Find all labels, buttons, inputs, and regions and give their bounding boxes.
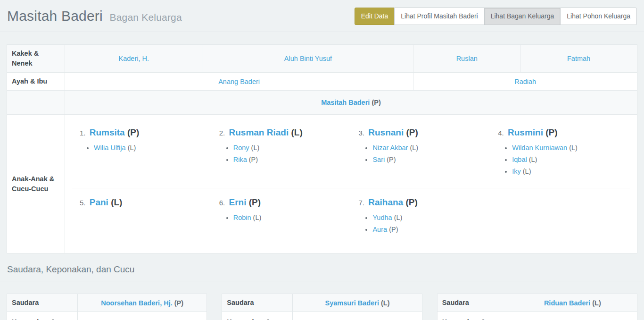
grandchildren-list: Nizar Akbar (L) Sari (P) xyxy=(358,143,486,165)
child-entry: 3. Rusnani (P) Nizar Akbar (L) Sari (P) xyxy=(351,126,490,188)
page-subtitle: Bagan Keluarga xyxy=(109,12,182,23)
grandchild-item: Yudha (L) xyxy=(372,213,486,223)
gender-marker: (L) xyxy=(523,168,531,175)
grandchildren-list: Wilia Ulfija (L) xyxy=(80,143,207,153)
father-link[interactable]: Anang Baderi xyxy=(218,78,260,85)
sibling-name-link[interactable]: Syamsuri Baderi xyxy=(325,299,379,307)
grandchild-name-link[interactable]: Rika xyxy=(233,156,247,163)
child-name-line: 1. Rumsita (P) xyxy=(80,126,207,139)
family-chart-table: Kakek & Nenek Kaderi, H. Aluh Binti Yusu… xyxy=(7,44,637,253)
nephews-row: Keponakan & Cucu-Cucu 1.Zuraida (P) Andi… xyxy=(437,312,637,320)
grandparents-row-label: Kakek & Nenek xyxy=(7,45,65,73)
view-tree-button[interactable]: Lihat Pohon Keluarga xyxy=(560,8,637,25)
child-number: 4. xyxy=(498,129,504,137)
child-entry: 2. Rusman Riadi (L) Rony (L) Rika (P) xyxy=(212,126,351,188)
gender-marker: (P) xyxy=(545,127,557,137)
person-row-label xyxy=(7,91,65,115)
main-content: Kakek & Nenek Kaderi, H. Aluh Binti Yusu… xyxy=(0,44,644,253)
view-chart-button[interactable]: Lihat Bagan Keluarga xyxy=(484,8,561,25)
parents-row-label: Ayah & Ibu xyxy=(7,73,65,91)
sibling-name-link[interactable]: Riduan Baderi xyxy=(544,299,590,307)
child-entry: 4. Rusmini (P) Wildan Kurniawan (L) Iqba… xyxy=(490,126,630,188)
child-name-link[interactable]: Rusman Riadi xyxy=(229,127,289,137)
page-title: Masitah Baderi Bagan Keluarga xyxy=(7,8,182,24)
child-number: 2. xyxy=(219,129,225,137)
child-entry-empty xyxy=(490,196,630,249)
grandchild-item: Iky (L) xyxy=(512,167,625,177)
grandchildren-list: Wildan Kurniawan (L) Iqbal (L) Iky (L) xyxy=(498,143,625,177)
children-row-label: Anak-Anak & Cucu-Cucu xyxy=(7,115,65,253)
grandchild-name-link[interactable]: Iky xyxy=(512,168,521,175)
sibling-table-wrap: Saudara Riduan Baderi (L) Keponakan & Cu… xyxy=(437,294,637,320)
page-header: Masitah Baderi Bagan Keluarga Edit Data … xyxy=(0,0,644,32)
grandparent-cell: Fatmah xyxy=(520,45,637,73)
sibling-table-wrap: Saudara Noorsehan Baderi, Hj. (P) Kepona… xyxy=(7,294,207,320)
grandchild-name-link[interactable]: Wilia Ulfija xyxy=(94,144,126,152)
grandchild-name-link[interactable]: Nizar Akbar xyxy=(372,144,408,152)
nephews-cell: 1.Rifna Idiar (L) Sari Mardiah (P) xyxy=(293,312,422,320)
mother-link[interactable]: Radiah xyxy=(514,78,536,85)
child-name-link[interactable]: Erni xyxy=(229,197,246,207)
grandchild-name-link[interactable]: Robin xyxy=(233,214,251,221)
gender-marker: (L) xyxy=(381,299,390,307)
sibling-name-cell: Noorsehan Baderi, Hj. (P) xyxy=(78,294,207,312)
grandchild-name-link[interactable]: Wildan Kurniawan xyxy=(512,144,567,152)
grandchild-name-link[interactable]: Sari xyxy=(372,156,385,163)
grandparent-link[interactable]: Kaderi, H. xyxy=(119,55,149,62)
child-name-link[interactable]: Rusnani xyxy=(368,127,404,137)
sibling-header-row: Saudara Riduan Baderi (L) xyxy=(437,294,637,312)
child-name-link[interactable]: Raihana xyxy=(368,197,403,207)
grandchild-item: Nizar Akbar (L) xyxy=(372,143,486,153)
grandparent-link[interactable]: Aluh Binti Yusuf xyxy=(284,55,332,62)
grandchild-name-link[interactable]: Yudha xyxy=(372,214,392,221)
gender-marker: (L) xyxy=(592,299,601,307)
child-name-line: 5. Pani (L) xyxy=(80,196,207,209)
children-row: Anak-Anak & Cucu-Cucu 1. Rumsita (P) Wil… xyxy=(7,115,637,253)
grandchild-item: Iqbal (L) xyxy=(512,155,625,165)
grandchild-name-link[interactable]: Rony xyxy=(233,144,249,152)
child-name-line: 6. Erni (P) xyxy=(219,196,347,209)
person-name-link[interactable]: Masitah Baderi xyxy=(321,99,370,106)
sibling-header-row: Saudara Noorsehan Baderi, Hj. (P) xyxy=(7,294,207,312)
sibling-row-label: Saudara xyxy=(222,294,293,312)
gender-marker: (P) xyxy=(249,156,258,163)
gender-marker: (L) xyxy=(253,214,262,221)
grandparent-link[interactable]: Ruslan xyxy=(456,55,478,62)
gender-marker: (L) xyxy=(251,144,260,152)
child-name-link[interactable]: Pani xyxy=(90,197,108,207)
child-number: 3. xyxy=(358,129,364,137)
sibling-header-row: Saudara Syamsuri Baderi (L) xyxy=(222,294,422,312)
gender-marker: (P) xyxy=(389,226,398,233)
nephews-row: Keponakan & Cucu-Cucu 1.Muna Makmun (P) … xyxy=(7,312,207,320)
child-name-link[interactable]: Rusmini xyxy=(508,127,543,137)
child-entry: 1. Rumsita (P) Wilia Ulfija (L) xyxy=(72,126,212,188)
grandchild-name-link[interactable]: Aura xyxy=(372,226,387,233)
edit-data-button[interactable]: Edit Data xyxy=(355,8,395,25)
father-cell: Anang Baderi xyxy=(65,73,413,91)
child-number: 5. xyxy=(80,199,86,207)
child-entry: 7. Raihana (P) Yudha (L) Aura (P) xyxy=(351,196,490,249)
siblings-section-heading: Saudara, Keponakan, dan Cucu xyxy=(0,261,644,281)
sibling-name-link[interactable]: Noorsehan Baderi, Hj. xyxy=(101,299,172,307)
children-cell: 1. Rumsita (P) Wilia Ulfija (L) 2. Rusma… xyxy=(65,115,637,253)
grandchild-item: Rony (L) xyxy=(233,143,347,153)
nephews-row: Keponakan & Cucu-Cucu 1.Rifna Idiar (L) … xyxy=(222,312,422,320)
child-name-line: 3. Rusnani (P) xyxy=(358,126,486,139)
sibling-table-wrap: Saudara Syamsuri Baderi (L) Keponakan & … xyxy=(222,294,422,320)
grandchild-name-link[interactable]: Iqbal xyxy=(512,156,527,163)
child-name-link[interactable]: Rumsita xyxy=(90,127,125,137)
grandparents-row: Kakek & Nenek Kaderi, H. Aluh Binti Yusu… xyxy=(7,45,637,73)
grandchildren-list: Rony (L) Rika (P) xyxy=(219,143,347,165)
gender-marker: (L) xyxy=(128,144,136,152)
grandchild-item: Sari (P) xyxy=(372,155,486,165)
sibling-table: Saudara Syamsuri Baderi (L) Keponakan & … xyxy=(222,294,422,320)
child-number: 6. xyxy=(219,199,225,207)
person-row: Masitah Baderi (P) xyxy=(7,91,637,115)
sibling-name-cell: Syamsuri Baderi (L) xyxy=(293,294,422,312)
nephews-row-label: Keponakan & Cucu-Cucu xyxy=(222,312,293,320)
grandparent-link[interactable]: Fatmah xyxy=(567,55,590,62)
view-profile-button[interactable]: Lihat Profil Masitah Baderi xyxy=(394,8,484,25)
child-name-line: 4. Rusmini (P) xyxy=(498,126,625,139)
child-number: 7. xyxy=(358,199,364,207)
grandchild-item: Wildan Kurniawan (L) xyxy=(512,143,625,153)
